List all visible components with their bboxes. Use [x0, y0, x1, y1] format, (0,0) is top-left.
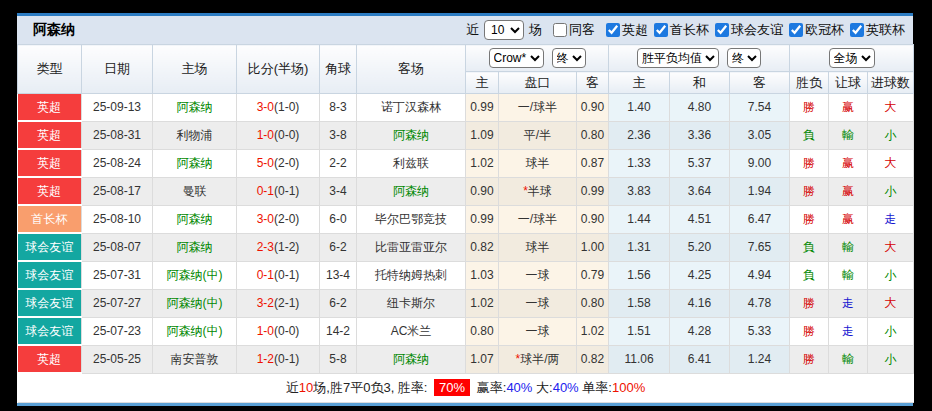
league-checkbox[interactable] [654, 23, 668, 37]
odds-lose: 6.47 [730, 205, 790, 233]
odds-lose: 4.78 [730, 289, 790, 317]
goals-result-cell: 大 [868, 94, 914, 122]
league-badge: 英超 [18, 121, 82, 149]
match-stats-table: 类型 日期 主场 比分(半场) 角球 客场 Crow* 终 胜平负均值 [17, 44, 914, 403]
away-team: 阿森纳 [357, 345, 466, 373]
goals-result-cell: 大 [868, 233, 914, 261]
goals-result-cell: 小 [868, 345, 914, 373]
score-cell: 0-1(0-1) [237, 177, 320, 205]
odds-view-select[interactable]: 胜平负均值 [637, 48, 719, 68]
odds-draw: 5.20 [670, 233, 730, 261]
home-team: 阿森纳(中) [153, 261, 237, 289]
odds-draw: 4.25 [670, 261, 730, 289]
corners-cell: 3-8 [320, 121, 357, 149]
odds-lose: 1.94 [730, 177, 790, 205]
match-row: 首长杯25-08-10阿森纳3-0(2-0)6-0毕尔巴鄂竞技0.99一/球半0… [18, 205, 914, 233]
spread-result-cell: 赢 [829, 94, 868, 122]
league-checkbox-label: 球会友谊 [731, 21, 783, 39]
result-cell: 勝 [790, 205, 829, 233]
summary-row: 近10场,胜7平0负3, 胜率: 70% 赢率:40% 大:40% 单率:100… [18, 373, 914, 403]
odds-selects: 胜平负均值 终 [609, 45, 790, 72]
same-away-checkbox[interactable] [553, 23, 567, 37]
scope-select[interactable]: 全场 [829, 48, 875, 68]
odds-draw: 4.80 [670, 94, 730, 122]
scope-select-cell: 全场 [790, 45, 914, 72]
col-score: 比分(半场) [237, 45, 320, 94]
summary-count: 10 [299, 380, 313, 395]
home-team: 阿森纳 [153, 233, 237, 261]
league-checkbox[interactable] [850, 23, 864, 37]
match-row: 英超25-05-25南安普敦1-2(0-1)5-8阿森纳1.07*球半/两0.8… [18, 345, 914, 373]
spread-result-cell: 赢 [829, 205, 868, 233]
away-team: 利兹联 [357, 149, 466, 177]
league-checkbox[interactable] [789, 23, 803, 37]
league-badge: 球会友谊 [18, 261, 82, 289]
goals-result-cell: 小 [868, 317, 914, 345]
recent-count-select[interactable]: 10 [484, 20, 524, 40]
score-cell: 3-2(2-1) [237, 289, 320, 317]
col-away: 客场 [357, 45, 466, 94]
bookmaker-select[interactable]: Crow* [489, 48, 544, 68]
league-badge: 球会友谊 [18, 317, 82, 345]
result-cell: 負 [790, 233, 829, 261]
col-odds-win: 主 [609, 72, 670, 94]
odds-state-select[interactable]: 终 [727, 48, 761, 68]
handicap-home-odds: 0.99 [466, 94, 499, 122]
handicap-away-odds: 0.82 [577, 345, 609, 373]
score-cell: 1-2(0-1) [237, 345, 320, 373]
bookmaker-state-select[interactable]: 终 [552, 48, 586, 68]
league-checkbox[interactable] [715, 23, 729, 37]
away-team: 阿森纳 [357, 177, 466, 205]
league-checkbox-label: 首长杯 [670, 21, 709, 39]
league-badge: 球会友谊 [18, 289, 82, 317]
corners-cell: 6-2 [320, 233, 357, 261]
corners-cell: 13-4 [320, 261, 357, 289]
score-cell: 5-0(2-0) [237, 149, 320, 177]
result-cell: 勝 [790, 149, 829, 177]
summary-goals-rate: 40% [553, 380, 579, 395]
handicap-away-odds: 0.80 [577, 121, 609, 149]
result-cell: 勝 [790, 94, 829, 122]
league-badge: 球会友谊 [18, 233, 82, 261]
handicap-home-odds: 1.09 [466, 121, 499, 149]
match-row: 球会友谊25-07-31阿森纳(中)0-1(0-1)13-4托特纳姆热刺1.03… [18, 261, 914, 289]
odds-lose: 7.54 [730, 94, 790, 122]
home-team: 南安普敦 [153, 345, 237, 373]
result-cell: 勝 [790, 317, 829, 345]
corners-cell: 2-2 [320, 149, 357, 177]
filter-controls: 近 10 场 同客 英超首长杯球会友谊欧冠杯英联杯 [466, 20, 905, 40]
odds-draw: 4.16 [670, 289, 730, 317]
score-cell: 1-0(0-0) [237, 317, 320, 345]
odds-lose: 7.65 [730, 233, 790, 261]
match-date: 25-09-13 [82, 94, 153, 122]
summary-spread-label: 赢率: [477, 380, 507, 395]
odds-win: 1.40 [609, 94, 670, 122]
odds-lose: 3.05 [730, 121, 790, 149]
league-checkbox[interactable] [606, 23, 620, 37]
odds-lose: 5.33 [730, 317, 790, 345]
match-date: 25-07-27 [82, 289, 153, 317]
same-away-label: 同客 [569, 21, 595, 39]
corners-cell: 5-8 [320, 345, 357, 373]
goals-result-cell: 大 [868, 289, 914, 317]
odds-win: 1.58 [609, 289, 670, 317]
odds-draw: 5.37 [670, 149, 730, 177]
away-team: 比雷亚雷亚尔 [357, 233, 466, 261]
away-team: 诺丁汉森林 [357, 94, 466, 122]
odds-win: 2.36 [609, 121, 670, 149]
summary-spread-rate: 40% [506, 380, 532, 395]
score-cell: 3-0(2-0) [237, 205, 320, 233]
match-table-body: 英超25-09-13阿森纳3-0(1-0)8-3诺丁汉森林0.99一/球半0.9… [18, 94, 914, 374]
team-title: 阿森纳 [33, 21, 75, 39]
handicap-away-odds: 0.79 [577, 261, 609, 289]
col-hcp-away: 客 [577, 72, 609, 94]
handicap-home-odds: 1.02 [466, 149, 499, 177]
spread-result-cell: 赢 [829, 149, 868, 177]
away-team: 阿森纳 [357, 121, 466, 149]
corners-cell: 14-2 [320, 317, 357, 345]
match-row: 球会友谊25-07-27阿森纳(中)3-2(2-1)6-2纽卡斯尔1.02一球0… [18, 289, 914, 317]
odds-lose: 4.94 [730, 261, 790, 289]
col-result: 胜负 [790, 72, 829, 94]
match-row: 球会友谊25-08-07阿森纳2-3(1-2)6-2比雷亚雷亚尔0.82球半1.… [18, 233, 914, 261]
match-row: 英超25-09-13阿森纳3-0(1-0)8-3诺丁汉森林0.99一/球半0.9… [18, 94, 914, 122]
